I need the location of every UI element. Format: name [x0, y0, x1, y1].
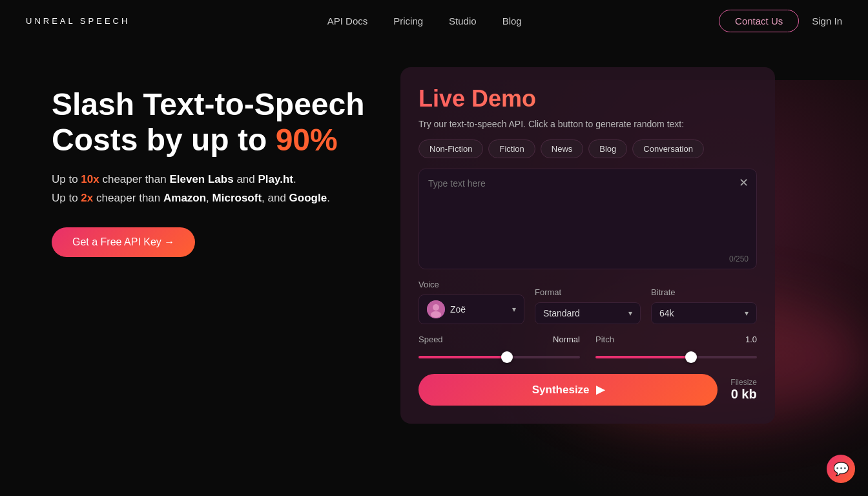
nav-blog[interactable]: Blog	[502, 16, 522, 26]
pitch-label: Pitch	[595, 335, 614, 344]
char-count: 0/250	[729, 254, 749, 264]
synthesize-label: Synthesize	[532, 384, 590, 397]
subtitle-playht: Play.ht	[258, 173, 293, 185]
pitch-value: 1.0	[745, 335, 757, 344]
format-arrow-icon: ▾	[628, 309, 632, 318]
pitch-header: Pitch 1.0	[595, 335, 757, 344]
nav-links: API Docs Pricing Studio Blog	[327, 16, 522, 26]
voice-value: Zoë	[450, 304, 507, 315]
nav-api-docs[interactable]: API Docs	[327, 16, 368, 26]
subtitle-cheaper: cheaper than	[99, 173, 170, 185]
logo: UNREAL SPEECH	[26, 16, 130, 26]
bottom-row: Synthesize ▶ Filesize 0 kb	[418, 374, 757, 406]
filesize-label: Filesize	[730, 378, 757, 387]
subtitle-elevenlabs: Eleven Labs	[169, 173, 233, 185]
chat-bubble[interactable]: 💬	[827, 455, 855, 483]
voice-label: Voice	[418, 280, 524, 289]
speed-value: Normal	[553, 335, 580, 344]
voice-arrow-icon: ▾	[512, 305, 516, 314]
contact-button[interactable]: Contact Us	[719, 10, 799, 32]
hero-title: Slash Text-to-Speech Costs by up to 90%	[52, 87, 375, 158]
nav-studio[interactable]: Studio	[449, 16, 477, 26]
chat-icon: 💬	[833, 461, 849, 477]
tag-conversation[interactable]: Conversation	[632, 140, 704, 158]
subtitle-up-to: Up to	[52, 173, 81, 185]
filesize-info: Filesize 0 kb	[730, 378, 757, 402]
subtitle-10x: 10x	[81, 173, 99, 185]
bitrate-select[interactable]: 64k ▾	[651, 302, 757, 324]
speed-label: Speed	[418, 335, 443, 344]
format-value: Standard	[543, 308, 623, 318]
controls-row: Voice Zoë ▾ Format Standard	[418, 280, 757, 324]
tag-non-fiction[interactable]: Non-Fiction	[418, 140, 483, 158]
nav-right: Contact Us Sign In	[719, 10, 842, 32]
bitrate-arrow-icon: ▾	[745, 309, 749, 318]
tag-blog[interactable]: Blog	[588, 140, 627, 158]
sliders-row: Speed Normal Pitch 1.0	[418, 335, 757, 361]
speed-slider[interactable]	[418, 356, 580, 358]
demo-panel: Live Demo Try our text-to-speech API. Cl…	[400, 67, 775, 424]
subtitle-2x: 2x	[81, 192, 93, 204]
subtitle-amazon: Amazon	[163, 192, 206, 204]
demo-title: Live Demo	[418, 85, 757, 112]
subtitle-microsoft: Microsoft	[212, 192, 262, 204]
tag-fiction[interactable]: Fiction	[488, 140, 535, 158]
voice-control: Voice Zoë ▾	[418, 280, 524, 324]
hero-title-line1: Slash Text-to-Speech	[52, 87, 365, 121]
hero-section: Slash Text-to-Speech Costs by up to 90% …	[0, 41, 868, 424]
svg-point-1	[433, 304, 439, 311]
bitrate-label: Bitrate	[651, 287, 757, 297]
format-select[interactable]: Standard ▾	[535, 302, 641, 324]
format-control: Format Standard ▾	[535, 287, 641, 324]
signin-link[interactable]: Sign In	[812, 16, 842, 26]
clear-button[interactable]: ✕	[739, 176, 749, 190]
tag-news[interactable]: News	[541, 140, 584, 158]
bitrate-control: Bitrate 64k ▾	[651, 287, 757, 324]
text-input[interactable]	[419, 169, 756, 266]
bitrate-value: 64k	[659, 308, 739, 318]
synthesize-button[interactable]: Synthesize ▶	[418, 374, 718, 406]
filesize-value: 0 kb	[730, 387, 757, 402]
nav-pricing[interactable]: Pricing	[393, 16, 423, 26]
pitch-slider[interactable]	[595, 356, 757, 358]
hero-title-highlight: 90%	[276, 123, 338, 157]
text-area-wrapper: ✕ 0/250	[418, 169, 757, 269]
hero-title-line2: Costs by up to	[52, 123, 276, 157]
voice-select[interactable]: Zoë ▾	[418, 294, 524, 324]
demo-subtitle: Try our text-to-speech API. Click a butt…	[418, 119, 757, 129]
format-label: Format	[535, 287, 641, 297]
speed-slider-group: Speed Normal	[418, 335, 580, 361]
tag-buttons: Non-Fiction Fiction News Blog Conversati…	[418, 140, 757, 158]
cta-button[interactable]: Get a Free API Key →	[52, 227, 195, 257]
subtitle-google: Google	[289, 192, 327, 204]
voice-avatar	[427, 300, 445, 318]
hero-subtitle: Up to 10x cheaper than Eleven Labs and P…	[52, 170, 375, 208]
speed-header: Speed Normal	[418, 335, 580, 344]
svg-point-2	[431, 311, 441, 318]
hero-left: Slash Text-to-Speech Costs by up to 90% …	[52, 67, 375, 257]
play-icon: ▶	[596, 383, 604, 397]
pitch-slider-group: Pitch 1.0	[595, 335, 757, 361]
navbar: UNREAL SPEECH API Docs Pricing Studio Bl…	[0, 0, 868, 41]
